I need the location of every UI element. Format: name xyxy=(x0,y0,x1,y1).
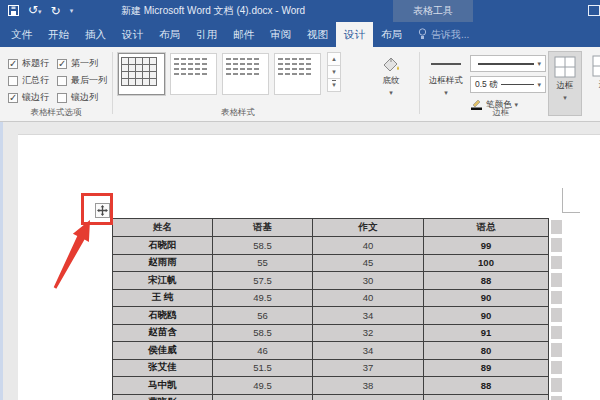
border-painter-button[interactable]: 边 xyxy=(586,51,600,116)
undo-icon[interactable]: ↺▾ xyxy=(28,0,42,23)
checkbox-icon[interactable] xyxy=(57,59,67,69)
tab-table-design[interactable]: 设计 xyxy=(336,22,373,47)
gallery-scroll-down-icon[interactable]: ▾ xyxy=(327,65,341,79)
line-weight-dropdown[interactable]: 0.5 磅 ▾ xyxy=(470,76,546,93)
checkbox-icon[interactable] xyxy=(8,93,18,103)
borders-button[interactable]: 边框 ▾ xyxy=(548,51,582,116)
tab-insert[interactable]: 插入 xyxy=(77,22,114,47)
redo-icon[interactable]: ↻ xyxy=(51,0,61,22)
table-cell[interactable]: 40 xyxy=(313,289,424,307)
qat-customize-icon[interactable]: ▾ xyxy=(70,7,74,15)
table-row[interactable]: 马中凯49.53888 xyxy=(113,377,549,395)
table-cell[interactable]: 赵苗含 xyxy=(113,324,213,342)
table-cell[interactable]: 58.5 xyxy=(213,237,313,255)
table-cell[interactable]: 30 xyxy=(313,272,424,290)
table-cell[interactable]: 38 xyxy=(313,377,424,395)
tab-design[interactable]: 设计 xyxy=(114,22,151,47)
table-cell[interactable]: 49.5 xyxy=(213,289,313,307)
table-cell[interactable]: 49.5 xyxy=(213,377,313,395)
table-cell[interactable]: 88 xyxy=(424,272,549,290)
style-option[interactable]: 镶边列 xyxy=(57,89,107,106)
style-option[interactable]: 最后一列 xyxy=(57,72,107,89)
style-option[interactable]: 第一列 xyxy=(57,55,107,72)
table-cell[interactable]: 55 xyxy=(213,254,313,272)
table-style-thumbnail[interactable] xyxy=(118,53,165,95)
table-cell[interactable]: 石晓阳 xyxy=(113,237,213,255)
line-style-dropdown[interactable]: ▾ xyxy=(470,55,546,72)
tab-layout[interactable]: 布局 xyxy=(151,22,188,47)
gallery-scroll-up-icon[interactable]: ▴ xyxy=(327,52,341,66)
style-option[interactable]: 镶边行 xyxy=(8,89,49,106)
table-row[interactable]: 赵雨雨5545100 xyxy=(113,254,549,272)
table-cell[interactable]: 99 xyxy=(424,237,549,255)
table-cell[interactable]: 90 xyxy=(424,289,549,307)
gallery-more-icon[interactable]: ▾ xyxy=(327,78,341,92)
table-cell[interactable]: 34 xyxy=(313,342,424,360)
thumbnail-cell xyxy=(306,73,311,75)
table-cell[interactable]: 38 xyxy=(313,394,424,400)
checkbox-icon[interactable] xyxy=(8,59,18,69)
table-style-thumbnail[interactable] xyxy=(170,53,217,95)
scores-table[interactable]: 姓名语基作文语总 石晓阳58.54099赵雨雨5545100宋江帆57.5308… xyxy=(112,218,549,400)
table-style-thumbnail[interactable] xyxy=(274,53,321,95)
tab-table-layout[interactable]: 布局 xyxy=(373,22,410,47)
save-icon[interactable] xyxy=(8,2,19,20)
tab-view[interactable]: 视图 xyxy=(299,22,336,47)
table-cell[interactable]: 马中凯 xyxy=(113,377,213,395)
table-cell[interactable]: 46 xyxy=(213,342,313,360)
tab-review[interactable]: 审阅 xyxy=(262,22,299,47)
tab-home[interactable]: 开始 xyxy=(40,22,77,47)
table-cell[interactable]: 侯佳威 xyxy=(113,342,213,360)
table-cell[interactable]: 王 纯 xyxy=(113,289,213,307)
table-cell[interactable]: 51.5 xyxy=(213,359,313,377)
table-row[interactable]: 石晓鸥563490 xyxy=(113,307,549,325)
table-cell[interactable]: 51.5 xyxy=(213,394,313,400)
table-cell[interactable]: 88 xyxy=(424,377,549,395)
table-style-thumbnail[interactable] xyxy=(222,53,269,95)
checkbox-icon[interactable] xyxy=(57,76,67,86)
checkbox-icon[interactable] xyxy=(57,93,67,103)
table-row[interactable]: 石晓阳58.54099 xyxy=(113,237,549,255)
table-cell[interactable]: 90 xyxy=(424,307,549,325)
table-cell[interactable]: 石晓鸥 xyxy=(113,307,213,325)
shading-button[interactable]: 底纹 ▾ xyxy=(368,55,414,97)
table-row[interactable]: 赵苗含58.53291 xyxy=(113,324,549,342)
table-header-row[interactable]: 姓名语基作文语总 xyxy=(113,219,549,237)
table-cell[interactable]: 45 xyxy=(313,254,424,272)
ribbon-options-icon[interactable] xyxy=(588,5,600,16)
table-cell[interactable]: 89 xyxy=(424,359,549,377)
table-cell[interactable]: 张艾佳 xyxy=(113,359,213,377)
table-cell[interactable]: 80 xyxy=(424,342,549,360)
style-option[interactable]: 汇总行 xyxy=(8,72,49,89)
table-cell[interactable]: 赵雨雨 xyxy=(113,254,213,272)
table-cell[interactable]: 58.5 xyxy=(213,324,313,342)
style-option[interactable]: 标题行 xyxy=(8,55,49,72)
table-row[interactable]: 张艾佳51.53789 xyxy=(113,359,549,377)
table-cell[interactable]: 宋江帆 xyxy=(113,272,213,290)
table-cell[interactable]: 90 xyxy=(424,394,549,400)
column-header[interactable]: 作文 xyxy=(313,219,424,237)
column-header[interactable]: 语基 xyxy=(213,219,313,237)
table-row[interactable]: 宋江帆57.53088 xyxy=(113,272,549,290)
table-cell[interactable]: 37 xyxy=(313,359,424,377)
table-cell[interactable]: 100 xyxy=(424,254,549,272)
table-cell[interactable]: 57.5 xyxy=(213,272,313,290)
table-row[interactable]: 王 纯49.54090 xyxy=(113,289,549,307)
table-row[interactable]: 侯佳威463480 xyxy=(113,342,549,360)
table-cell[interactable]: 32 xyxy=(313,324,424,342)
column-header[interactable]: 语总 xyxy=(424,219,549,237)
border-styles-button[interactable]: 边框样式 ▾ xyxy=(424,55,468,97)
table-cell[interactable]: 91 xyxy=(424,324,549,342)
tab-file[interactable]: 文件 xyxy=(3,22,40,47)
table-cell[interactable]: 曹晓彤 xyxy=(113,394,213,400)
tab-mailings[interactable]: 邮件 xyxy=(225,22,262,47)
table-row[interactable]: 曹晓彤51.53890 xyxy=(113,394,549,400)
thumbnail-cell xyxy=(278,63,283,65)
checkbox-icon[interactable] xyxy=(8,76,18,86)
tab-references[interactable]: 引用 xyxy=(188,22,225,47)
tell-me-box[interactable]: 告诉我... xyxy=(418,22,469,47)
table-cell[interactable]: 34 xyxy=(313,307,424,325)
column-header[interactable]: 姓名 xyxy=(113,219,213,237)
table-cell[interactable]: 40 xyxy=(313,237,424,255)
table-cell[interactable]: 56 xyxy=(213,307,313,325)
